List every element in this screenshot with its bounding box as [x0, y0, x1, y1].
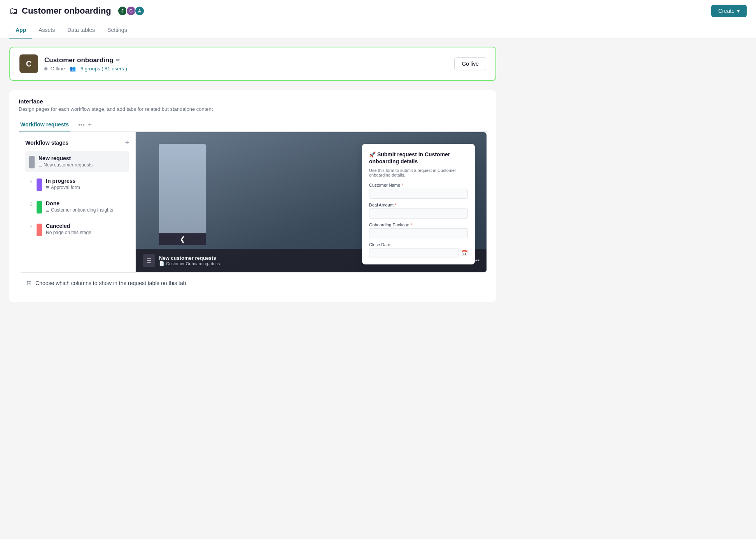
onboarding-icon-letter: C	[26, 60, 32, 68]
stage-name-new-request: New request	[38, 155, 93, 161]
onboarding-card: C Customer onboarding ✏ Offline 👥 6 grou…	[9, 47, 496, 81]
onboarding-info: Customer onboarding ✏ Offline 👥 6 groups…	[44, 56, 127, 72]
onboarding-card-left: C Customer onboarding ✏ Offline 👥 6 grou…	[19, 54, 127, 73]
inner-tab-workflow-requests[interactable]: Workflow requests	[19, 118, 70, 131]
preview-field-label-1: Customer Name *	[369, 183, 468, 187]
top-bar: 🗂 Customer onboarding J G A Create ▾	[0, 0, 756, 22]
stage-info-new-request: New request ☰ New customer requests	[38, 155, 93, 168]
required-indicator-1: *	[401, 183, 403, 187]
stages-panel: Workflow stages + New request ☰ New cust…	[19, 132, 136, 272]
stage-sub-text-done: Customer onboarding Insights	[51, 207, 113, 213]
stage-item-canceled[interactable]: ⠿ Canceled No page on this stage	[25, 219, 129, 240]
edit-icon[interactable]: ✏	[116, 57, 120, 63]
tab-data-tables[interactable]: Data tables	[61, 22, 101, 38]
preview-bottom-sub: 📄 Customer Onboarding- docs	[159, 261, 220, 266]
preview-close-date-row: 📅	[369, 248, 468, 257]
preview-bottom-info: New customer requests 📄 Customer Onboard…	[159, 255, 220, 266]
create-button[interactable]: Create ▾	[711, 5, 747, 17]
page-body: C Customer onboarding ✏ Offline 👥 6 grou…	[0, 39, 506, 310]
content-area: Workflow stages + New request ☰ New cust…	[19, 132, 487, 273]
offline-status: Offline	[44, 66, 65, 72]
stage-info-in-progress: In progress ☰ Approval form	[46, 178, 80, 190]
stage-color-canceled	[37, 224, 42, 236]
preview-panel: ❮ 🚀 Submit request in Customer onboardin…	[136, 132, 486, 272]
onboarding-icon: C	[19, 54, 38, 73]
tab-app[interactable]: App	[9, 22, 32, 38]
avatar-a[interactable]: A	[135, 6, 145, 16]
stages-title: Workflow stages	[25, 140, 68, 146]
interface-title: Interface	[19, 98, 487, 105]
drag-handle-done: ⠿	[29, 202, 33, 207]
stage-item-done[interactable]: ⠿ Done ☰ Customer onboarding Insights	[25, 196, 129, 217]
stage-sub-icon-3: ☰	[46, 208, 49, 212]
stage-item-new-request[interactable]: New request ☰ New customer requests	[25, 151, 129, 172]
inner-tab-dots-icon[interactable]: •••	[78, 121, 85, 128]
preview-field-input-1	[369, 189, 468, 199]
columns-icon: ⊞	[26, 279, 32, 287]
stage-sub-done: ☰ Customer onboarding Insights	[46, 207, 113, 213]
stage-sub-text-canceled: No page on this stage	[46, 230, 91, 235]
interface-section: Interface Design pages for each workflow…	[9, 90, 496, 302]
app-logo-icon: 🗂	[9, 6, 18, 16]
tab-assets[interactable]: Assets	[32, 22, 61, 38]
stage-sub-canceled: No page on this stage	[46, 230, 91, 235]
preview-bottom-icon: ☰	[143, 254, 155, 267]
columns-chooser-label: Choose which columns to show in the requ…	[35, 280, 186, 286]
stage-color-done	[37, 201, 42, 214]
onboarding-name-text: Customer onboarding	[44, 56, 114, 64]
stage-info-canceled: Canceled No page on this stage	[46, 223, 91, 235]
columns-chooser[interactable]: ⊞ Choose which columns to show in the re…	[19, 273, 487, 293]
users-icon: 👥	[70, 66, 76, 72]
groups-link[interactable]: 6 groups ( 81 users )	[80, 66, 127, 72]
preview-bottom-title: New customer requests	[159, 255, 220, 261]
tab-settings[interactable]: Settings	[101, 22, 133, 38]
preview-field-input-2	[369, 208, 468, 219]
stage-color-new-request	[29, 156, 35, 168]
stage-sub-icon: ☰	[38, 163, 42, 167]
required-indicator-2: *	[395, 203, 396, 207]
inner-tab-add-icon[interactable]: +	[88, 121, 92, 129]
preview-close-date-label: Close Date	[369, 242, 468, 247]
interface-desc: Design pages for each workflow stage, an…	[19, 106, 487, 112]
calendar-icon: 📅	[461, 250, 468, 256]
create-label: Create	[718, 8, 735, 14]
preview-card-desc: Use this form to submit a request in Cus…	[369, 168, 468, 177]
stage-sub-text-in-progress: Approval form	[51, 185, 80, 190]
stage-sub-in-progress: ☰ Approval form	[46, 185, 80, 190]
preview-field-input-3	[369, 228, 468, 238]
required-indicator-3: *	[410, 222, 412, 227]
preview-card-title: 🚀 Submit request in Customer onboarding …	[369, 151, 468, 165]
preview-field-label-2: Deal Amount *	[369, 203, 468, 207]
preview-left-bottom: ❮	[159, 233, 206, 245]
app-title: Customer onboarding	[22, 6, 111, 16]
stage-sub-icon-2: ☰	[46, 186, 49, 190]
drag-handle-in-progress: ⠿	[29, 179, 33, 185]
drag-handle-canceled: ⠿	[29, 224, 33, 230]
stage-name-in-progress: In progress	[46, 178, 80, 184]
stage-color-in-progress	[37, 178, 42, 191]
stage-sub-text-new-request: New customer requests	[44, 162, 93, 168]
onboarding-meta: Offline 👥 6 groups ( 81 users )	[44, 66, 127, 72]
offline-label: Offline	[51, 66, 65, 72]
stage-info-done: Done ☰ Customer onboarding Insights	[46, 200, 113, 213]
nav-tabs: App Assets Data tables Settings	[0, 22, 756, 39]
stages-add-icon[interactable]: +	[125, 138, 129, 147]
go-live-button[interactable]: Go live	[454, 57, 486, 70]
stage-item-in-progress[interactable]: ⠿ In progress ☰ Approval form	[25, 174, 129, 195]
stages-header: Workflow stages +	[25, 138, 129, 147]
avatar-group: J G A	[117, 6, 145, 16]
preview-bottom-doc-icon: ☰	[147, 257, 152, 264]
preview-left-form: ❮	[159, 144, 206, 245]
preview-bottom-sub-text: Customer Onboarding- docs	[166, 261, 220, 266]
preview-overlay-card: 🚀 Submit request in Customer onboarding …	[362, 144, 475, 264]
stage-sub-new-request: ☰ New customer requests	[38, 162, 93, 168]
preview-close-date-input	[369, 248, 459, 257]
doc-icon: 📄	[159, 261, 164, 266]
preview-bottom-left: ☰ New customer requests 📄 Customer Onboa…	[143, 254, 220, 267]
top-bar-left: 🗂 Customer onboarding J G A	[9, 6, 145, 16]
stage-name-canceled: Canceled	[46, 223, 91, 229]
stage-name-done: Done	[46, 200, 113, 206]
offline-dot	[44, 67, 47, 70]
preview-left-arrow-icon: ❮	[180, 235, 186, 243]
create-chevron-icon: ▾	[737, 8, 740, 14]
